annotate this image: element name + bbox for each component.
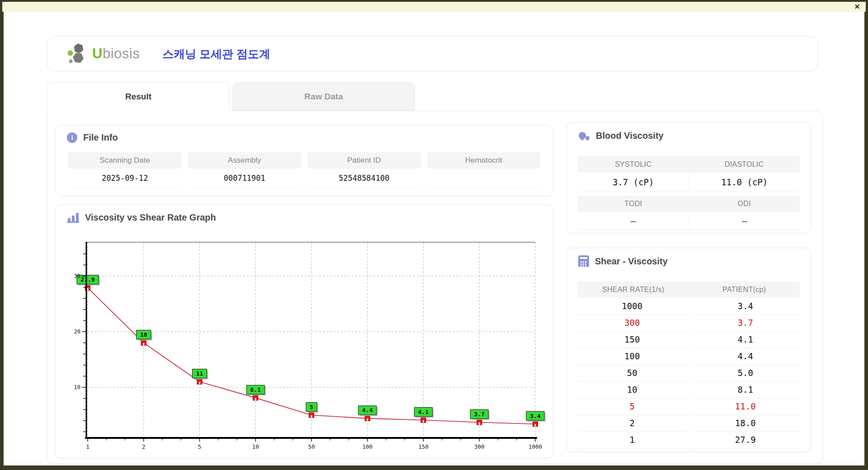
svg-text:3.7: 3.7: [474, 411, 485, 418]
file-info-field: Assembly000711901: [188, 152, 302, 188]
shear-rate-column-header: SHEAR RATE(1/s): [578, 282, 689, 298]
svg-text:50: 50: [308, 443, 315, 450]
shear-rate-value: 5: [578, 398, 687, 415]
shear-viscosity-row: 1004.4: [578, 348, 800, 365]
patient-viscosity-value: 5.0: [691, 365, 800, 382]
ubiosis-logo: Ubiosis: [67, 43, 140, 65]
svg-text:10: 10: [74, 384, 80, 390]
patient-viscosity-value: 8.1: [691, 381, 800, 399]
patient-viscosity-value: 4.4: [691, 348, 800, 365]
shear-viscosity-row: 218.0: [578, 415, 800, 432]
patient-viscosity-value: 11.0: [691, 398, 800, 415]
todi-header: TODI: [578, 196, 689, 212]
systolic-diastolic-values: 3.7 (cP) 11.0 (cP): [578, 173, 800, 192]
svg-text:3.4: 3.4: [530, 413, 541, 419]
shear-viscosity-row: 511.0: [578, 398, 800, 415]
svg-text:1: 1: [86, 443, 90, 450]
field-label: Scanning Date: [68, 152, 182, 169]
svg-text:11: 11: [196, 370, 203, 377]
svg-text:5: 5: [310, 404, 313, 410]
diastolic-header: DIASTOLIC: [689, 156, 800, 173]
viscosity-chart-area: 27.918118.154.44.13.73.41020301251050100…: [68, 235, 547, 455]
svg-text:5: 5: [198, 443, 202, 450]
file-info-field: Scanning Date2025-09-12: [68, 152, 182, 188]
shear-rate-value: 1000: [578, 298, 687, 315]
svg-text:150: 150: [418, 443, 429, 450]
logo-wordmark: Ubiosis: [92, 46, 140, 62]
systolic-diastolic-header: SYSTOLIC DIASTOLIC: [578, 156, 800, 173]
shear-viscosity-row: 108.1: [578, 381, 800, 398]
shear-viscosity-rows: 10003.43003.71504.11004.4505.0108.1511.0…: [578, 298, 800, 448]
hexagon-logo-icon: [67, 43, 89, 65]
svg-text:10: 10: [252, 443, 259, 450]
svg-text:4.4: 4.4: [362, 407, 373, 414]
svg-text:100: 100: [362, 443, 373, 450]
blood-viscosity-card: Blood Viscosity SYSTOLIC DIASTOLIC 3.7 (…: [566, 122, 811, 233]
bar-chart-icon: [67, 212, 79, 223]
shear-rate-value: 300: [578, 315, 687, 332]
shear-rate-value: 100: [578, 348, 687, 365]
shear-rate-value: 150: [578, 331, 687, 348]
shear-viscosity-column-headers: SHEAR RATE(1/s) PATIENT(cp): [578, 282, 800, 298]
blood-drops-icon: [578, 130, 590, 141]
calculator-icon: [578, 255, 589, 267]
todi-value: –: [578, 212, 689, 230]
window-close-button[interactable]: ✕: [853, 3, 861, 11]
file-info-field: Patient ID52548584100: [307, 152, 421, 188]
patient-viscosity-value: 3.4: [691, 298, 800, 315]
shear-rate-value: 50: [578, 365, 687, 382]
logo-u: U: [92, 46, 103, 61]
shear-viscosity-row: 505.0: [578, 365, 800, 381]
patient-viscosity-value: 4.1: [691, 331, 800, 348]
svg-text:20: 20: [74, 329, 80, 335]
file-info-card: i File Info Scanning Date2025-09-12Assem…: [55, 125, 553, 196]
svg-text:18: 18: [140, 331, 147, 338]
app-title-korean: 스캐닝 모세관 점도계: [162, 47, 270, 61]
field-label: Assembly: [188, 152, 302, 169]
patient-column-header: PATIENT(cp): [689, 282, 800, 298]
systolic-header: SYSTOLIC: [578, 156, 689, 173]
field-label: Hematocrit: [427, 152, 541, 169]
file-info-title: File Info: [83, 132, 118, 143]
systolic-value: 3.7 (cP): [578, 173, 689, 192]
shear-viscosity-card: Shear - Viscosity SHEAR RATE(1/s) PATIEN…: [566, 248, 811, 452]
patient-viscosity-value: 18.0: [691, 415, 800, 432]
shear-viscosity-row: 127.9: [578, 432, 800, 448]
app-content: Ubiosis 스캐닝 모세관 점도계 Result Raw Data i Fi…: [4, 12, 864, 465]
graph-title: Viscosity vs Shear Rate Graph: [85, 212, 216, 223]
todi-odi-header: TODI ODI: [578, 196, 800, 212]
tab-result[interactable]: Result: [47, 82, 230, 111]
svg-text:1000: 1000: [528, 443, 542, 450]
patient-viscosity-value: 27.9: [691, 432, 800, 449]
svg-text:30: 30: [74, 273, 80, 279]
field-value: 2025-09-12: [68, 169, 182, 188]
svg-text:8.1: 8.1: [250, 386, 261, 393]
shear-rate-value: 10: [578, 381, 687, 399]
window-titlebar: ✕: [2, 2, 866, 12]
file-info-fields: Scanning Date2025-09-12Assembly000711901…: [68, 152, 540, 188]
info-icon: i: [67, 132, 77, 143]
app-header-card: Ubiosis 스캐닝 모세관 점도계: [47, 36, 818, 71]
viscosity-graph-card: Viscosity vs Shear Rate Graph 27.918118.…: [55, 204, 553, 458]
blood-viscosity-title: Blood Viscosity: [596, 131, 664, 141]
viscometer-window: { "window": { "close_label": "✕" }, "hea…: [0, 0, 868, 470]
shear-rate-value: 1: [578, 432, 687, 449]
svg-text:2: 2: [142, 443, 146, 450]
field-value: 000711901: [188, 169, 302, 188]
viscosity-chart: 27.918118.154.44.13.73.41020301251050100…: [68, 235, 547, 455]
todi-odi-values: – –: [578, 212, 800, 230]
field-value: 52548584100: [307, 169, 421, 188]
tab-raw-data[interactable]: Raw Data: [232, 82, 415, 111]
shear-viscosity-title: Shear - Viscosity: [595, 256, 668, 267]
field-value: [427, 169, 541, 188]
svg-text:300: 300: [474, 443, 485, 450]
odi-value: –: [689, 212, 800, 230]
logo-rest: biosis: [103, 46, 140, 61]
shear-viscosity-row: 10003.4: [578, 298, 800, 315]
shear-viscosity-row: 3003.7: [578, 315, 800, 331]
field-label: Patient ID: [307, 152, 421, 169]
shear-viscosity-row: 1504.1: [578, 331, 800, 348]
diastolic-value: 11.0 (cP): [689, 173, 800, 192]
svg-text:4.1: 4.1: [418, 409, 429, 415]
svg-text:27.9: 27.9: [80, 276, 94, 283]
